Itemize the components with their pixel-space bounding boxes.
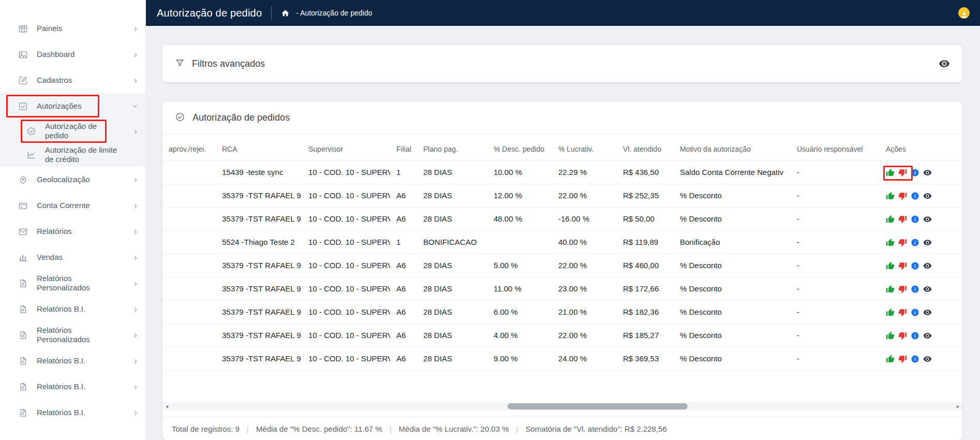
- table-row: 15439 -teste sync10 - COD. 10 - SUPERV12…: [162, 160, 962, 184]
- sidebar-item-relatorios-bi-3[interactable]: Relatórios B.I.›: [0, 374, 145, 400]
- reject-thumbs-down-button[interactable]: [898, 215, 907, 224]
- cell-rca: 15439 -teste sync: [216, 160, 302, 184]
- scroll-left-icon[interactable]: ◄: [162, 402, 171, 410]
- approve-thumbs-up-button[interactable]: [886, 215, 895, 224]
- sidebar-item-relatorios-personalizados[interactable]: Relatórios Personalizados›: [0, 270, 145, 296]
- cell-filial: A6: [390, 184, 417, 207]
- approve-thumbs-up-button[interactable]: [886, 238, 895, 247]
- cell-plano: 28 DIAS: [417, 277, 487, 300]
- cell-usuario: -: [791, 277, 880, 300]
- info-button[interactable]: [911, 238, 919, 247]
- footer-stat: Média de "% Lucrativ.": 20.03 %: [399, 424, 509, 433]
- reject-thumbs-down-button[interactable]: [898, 331, 907, 340]
- view-details-eye-button[interactable]: [923, 192, 932, 200]
- view-details-eye-button[interactable]: [923, 238, 932, 247]
- advanced-filters-card[interactable]: Filtros avançados: [162, 45, 962, 82]
- approve-thumbs-up-button[interactable]: [886, 192, 895, 200]
- sidebar-item-dashboard[interactable]: Dashboard›: [0, 41, 145, 67]
- view-details-eye-button[interactable]: [923, 261, 932, 270]
- cell-filial: A6: [390, 254, 417, 277]
- cell-lucrativ: 40.00 %: [552, 230, 617, 254]
- check-square-icon: [18, 101, 28, 112]
- sidebar-item-vendas[interactable]: Vendas›: [0, 244, 145, 270]
- info-button[interactable]: [911, 308, 919, 317]
- approve-thumbs-up-button[interactable]: [886, 168, 895, 177]
- view-details-eye-button[interactable]: [923, 215, 932, 224]
- info-button[interactable]: [911, 215, 919, 224]
- cell-supervisor: 10 - COD. 10 - SUPERV: [302, 300, 390, 324]
- info-button[interactable]: [911, 168, 919, 177]
- scrollbar-thumb[interactable]: [508, 403, 688, 409]
- reject-thumbs-down-button[interactable]: [898, 192, 907, 200]
- sidebar-item-label: Cadastros: [37, 76, 114, 85]
- sidebar-item-cadastros[interactable]: Cadastros›: [0, 67, 145, 93]
- cell-actions: [880, 254, 962, 277]
- user-avatar[interactable]: [958, 7, 970, 19]
- info-button[interactable]: [911, 192, 919, 200]
- approve-thumbs-up-button[interactable]: [886, 355, 895, 363]
- cell-motivo: % Desconto: [674, 184, 791, 207]
- cell-vl: R$ 119,89: [617, 230, 674, 254]
- scroll-right-icon[interactable]: ►: [954, 402, 962, 410]
- toggle-visibility-eye-icon[interactable]: [939, 58, 950, 69]
- cell-plano: 28 DIAS: [417, 254, 487, 277]
- reject-thumbs-down-button[interactable]: [898, 308, 907, 317]
- column-header: Ações: [880, 138, 962, 160]
- info-button[interactable]: [911, 355, 919, 363]
- view-details-eye-button[interactable]: [923, 285, 932, 294]
- approve-thumbs-up-button[interactable]: [886, 285, 895, 294]
- view-details-eye-button[interactable]: [923, 308, 932, 317]
- view-details-eye-button[interactable]: [923, 355, 932, 363]
- document-icon: [18, 304, 28, 315]
- sidebar-item-paineis[interactable]: Paineis›: [0, 16, 145, 41]
- cell-plano: 28 DIAS: [417, 324, 487, 347]
- sidebar-item-geolocalizacao[interactable]: Geolocalização›: [0, 167, 145, 193]
- info-button[interactable]: [911, 261, 919, 270]
- card-title: Autorização de pedidos: [192, 112, 290, 123]
- wallet-icon: [18, 200, 28, 211]
- sidebar-item-autorizacoes[interactable]: Autorizações›: [0, 93, 145, 119]
- cell-date: [162, 277, 216, 300]
- cell-filial: A6: [390, 347, 417, 370]
- sidebar-item-relatorios-bi-4[interactable]: Relatórios B.I.›: [0, 400, 145, 426]
- sidebar-item-conta-corrente[interactable]: Conta Corrente›: [0, 193, 145, 218]
- table-row: 35379 -TST RAFAEL 910 - COD. 10 - SUPERV…: [162, 277, 962, 300]
- column-header: % Lucrativ.: [552, 138, 617, 160]
- info-button[interactable]: [911, 331, 919, 340]
- sidebar-item-label: Dashboard: [37, 50, 114, 59]
- cell-actions: [880, 230, 962, 254]
- cell-actions: [880, 160, 962, 184]
- reject-thumbs-down-button[interactable]: [898, 168, 907, 177]
- view-details-eye-button[interactable]: [923, 168, 932, 177]
- chevron-right-icon: ›: [134, 50, 137, 59]
- scrollbar-track[interactable]: [171, 402, 954, 410]
- page-title: Autorização de pedido: [157, 7, 262, 19]
- approve-thumbs-up-button[interactable]: [886, 331, 895, 340]
- orders-authorization-card: Autorização de pedidos aprov./rejei.RCAS…: [162, 101, 962, 440]
- approve-thumbs-up-button[interactable]: [886, 308, 895, 317]
- cell-desc: [487, 230, 552, 254]
- reject-thumbs-down-button[interactable]: [898, 285, 907, 294]
- table-row: 5524 -Thiago Teste 210 - COD. 10 - SUPER…: [162, 230, 962, 254]
- view-details-eye-button[interactable]: [923, 331, 932, 340]
- sidebar-item-autorizacao-de-limite-de-credito[interactable]: Autorização de limite de crédito: [0, 143, 145, 167]
- sidebar-item-relatorios-personalizados-2[interactable]: Relatórios Personalizados›: [0, 322, 145, 348]
- sidebar-item-relatorios-bi-2[interactable]: Relatórios B.I.›: [0, 348, 145, 374]
- cell-plano: 28 DIAS: [417, 207, 487, 230]
- home-icon[interactable]: [281, 9, 290, 18]
- mail-icon: [18, 226, 28, 237]
- horizontal-scrollbar[interactable]: ◄ ►: [162, 402, 962, 410]
- filters-title: Filtros avançados: [192, 58, 265, 69]
- reject-thumbs-down-button[interactable]: [898, 355, 907, 363]
- cell-plano: BONIFICACAO: [417, 230, 487, 254]
- sidebar-item-autorizacao-de-pedido[interactable]: Autorização de pedido›: [0, 119, 145, 143]
- cell-usuario: -: [791, 160, 880, 184]
- info-button[interactable]: [911, 285, 919, 294]
- approve-thumbs-up-button[interactable]: [886, 261, 895, 270]
- sidebar-item-relatorios-bi[interactable]: Relatórios B.I.›: [0, 296, 145, 322]
- app-root: Paineis›Dashboard›Cadastros›Autorizações…: [0, 0, 980, 440]
- reject-thumbs-down-button[interactable]: [898, 261, 907, 270]
- sidebar-item-relatorios[interactable]: Relatórios›: [0, 218, 145, 244]
- reject-thumbs-down-button[interactable]: [898, 238, 907, 247]
- cell-vl: R$ 172,66: [617, 277, 674, 300]
